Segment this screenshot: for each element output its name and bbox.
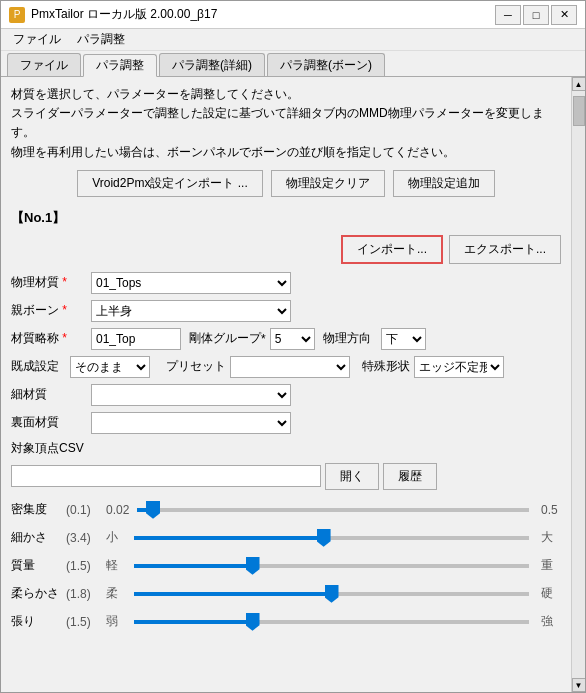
rigid-group-group: 剛体グループ * 5	[189, 328, 315, 350]
slider-fineness-min: 小	[106, 529, 126, 546]
window-controls: ─ □ ✕	[495, 5, 577, 25]
slider-tension-label: 張り	[11, 613, 66, 630]
window-title: PmxTailor ローカル版 2.00.00_β17	[31, 6, 217, 23]
material-abbr-group: 材質略称 *	[11, 328, 181, 350]
slider-mass-fill	[134, 564, 253, 568]
add-button[interactable]: 物理設定追加	[393, 170, 495, 197]
slider-tension-thumb[interactable]	[246, 613, 260, 631]
slider-density-min: 0.02	[106, 503, 129, 517]
export-button[interactable]: エクスポート...	[449, 235, 561, 264]
physics-dir-group: 物理方向 下	[323, 328, 426, 350]
slider-fineness: 細かさ (3.4) 小 大	[11, 524, 561, 552]
main-window: P PmxTailor ローカル版 2.00.00_β17 ─ □ ✕ ファイル…	[0, 0, 586, 693]
scroll-thumb[interactable]	[573, 96, 585, 126]
physics-dir-select[interactable]: 下	[381, 328, 426, 350]
material-abbr-label: 材質略称 *	[11, 330, 91, 347]
slider-mass: 質量 (1.5) 軽 重	[11, 552, 561, 580]
scroll-up-button[interactable]: ▲	[572, 77, 586, 91]
vroid-import-button[interactable]: Vroid2Pmx設定インポート ...	[77, 170, 263, 197]
slider-softness-label: 柔らかさ	[11, 585, 66, 602]
slider-mass-max: 重	[541, 557, 561, 574]
open-button[interactable]: 開く	[325, 463, 379, 490]
menu-file[interactable]: ファイル	[5, 29, 69, 50]
import-button[interactable]: インポート...	[341, 235, 443, 264]
main-content: 材質を選択して、パラメーターを調整してください。 スライダーパラメーターで調整し…	[1, 77, 571, 692]
slider-tension-track[interactable]	[134, 620, 529, 624]
slider-softness-min: 柔	[106, 585, 126, 602]
existing-select[interactable]: そのまま	[70, 356, 150, 378]
slider-mass-label: 質量	[11, 557, 66, 574]
material-abbr-input[interactable]	[91, 328, 181, 350]
csv-label-row: 対象頂点CSV	[11, 440, 561, 457]
slider-fineness-track[interactable]	[134, 536, 529, 540]
slider-tension-min: 弱	[106, 613, 126, 630]
special-shape-group: 特殊形状 エッジ不定形	[358, 356, 504, 378]
preset-label: プリセット	[166, 358, 226, 375]
clear-button[interactable]: 物理設定クリア	[271, 170, 385, 197]
desc-line3: 物理を再利用したい場合は、ボーンパネルでボーンの並び順を指定してください。	[11, 143, 561, 162]
tab-para[interactable]: パラ調整	[83, 54, 157, 77]
desc-line1: 材質を選択して、パラメーターを調整してください。	[11, 85, 561, 104]
material-select[interactable]: 01_Tops	[91, 272, 291, 294]
scrollbar[interactable]: ▲ ▼	[571, 77, 585, 692]
csv-label: 対象頂点CSV	[11, 440, 84, 457]
slider-softness-track[interactable]	[134, 592, 529, 596]
slider-fineness-label: 細かさ	[11, 529, 66, 546]
parent-bone-group: 親ボーン * 上半身	[11, 300, 561, 322]
existing-row: 既成設定 そのまま プリセット 特殊形状 エッジ	[11, 356, 561, 378]
physics-dir-label: 物理方向	[323, 330, 371, 347]
scroll-down-button[interactable]: ▼	[572, 678, 586, 692]
parent-bone-label: 親ボーン *	[11, 302, 91, 319]
slider-density-value: (0.1)	[66, 503, 106, 517]
slider-mass-track[interactable]	[134, 564, 529, 568]
section-no1: 【No.1】 インポート... エクスポート... 物理材質 * 01_Tops	[11, 209, 561, 636]
tab-para-detail[interactable]: パラ調整(詳細)	[159, 53, 265, 76]
menu-bar: ファイル パラ調整	[1, 29, 585, 51]
slider-mass-thumb[interactable]	[246, 557, 260, 575]
slider-tension: 張り (1.5) 弱 強	[11, 608, 561, 636]
slider-softness-fill	[134, 592, 332, 596]
no1-label: 【No.1】	[11, 209, 561, 227]
slider-density-thumb[interactable]	[146, 501, 160, 519]
parent-bone-select[interactable]: 上半身	[91, 300, 291, 322]
back-material-label: 裏面材質	[11, 414, 91, 431]
minimize-button[interactable]: ─	[495, 5, 521, 25]
slider-fineness-max: 大	[541, 529, 561, 546]
import-export-row: インポート... エクスポート...	[11, 235, 561, 264]
slider-density-max: 0.5	[541, 503, 561, 517]
slider-fineness-fill	[134, 536, 324, 540]
slider-mass-value: (1.5)	[66, 559, 106, 573]
slider-softness-value: (1.8)	[66, 587, 106, 601]
slider-softness-max: 硬	[541, 585, 561, 602]
slider-softness-thumb[interactable]	[325, 585, 339, 603]
rigid-group-select[interactable]: 5	[270, 328, 315, 350]
history-button[interactable]: 履歴	[383, 463, 437, 490]
front-material-select[interactable]	[91, 384, 291, 406]
special-shape-label: 特殊形状	[362, 358, 410, 375]
slider-density-track[interactable]	[137, 508, 529, 512]
rigid-group-label: 剛体グループ	[189, 330, 261, 347]
title-bar-left: P PmxTailor ローカル版 2.00.00_β17	[9, 6, 217, 23]
maximize-button[interactable]: □	[523, 5, 549, 25]
close-button[interactable]: ✕	[551, 5, 577, 25]
slider-tension-value: (1.5)	[66, 615, 106, 629]
special-shape-select[interactable]: エッジ不定形	[414, 356, 504, 378]
back-material-select[interactable]	[91, 412, 291, 434]
tab-file[interactable]: ファイル	[7, 53, 81, 76]
preset-select[interactable]	[230, 356, 350, 378]
preset-group: プリセット	[158, 356, 350, 378]
slider-fineness-value: (3.4)	[66, 531, 106, 545]
title-bar: P PmxTailor ローカル版 2.00.00_β17 ─ □ ✕	[1, 1, 585, 29]
csv-input[interactable]	[11, 465, 321, 487]
material-label: 物理材質 *	[11, 274, 91, 291]
front-material-group: 細材質	[11, 384, 561, 406]
slider-fineness-thumb[interactable]	[317, 529, 331, 547]
slider-tension-max: 強	[541, 613, 561, 630]
desc-line2: スライダーパラメーターで調整した設定に基づいて詳細タブ内のMMD物理パラメーター…	[11, 104, 561, 142]
slider-mass-min: 軽	[106, 557, 126, 574]
tab-para-bone[interactable]: パラ調整(ボーン)	[267, 53, 385, 76]
slider-density-label: 密集度	[11, 501, 66, 518]
scroll-track[interactable]	[572, 91, 586, 678]
existing-group: 既成設定 そのまま	[11, 356, 150, 378]
menu-para[interactable]: パラ調整	[69, 29, 133, 50]
